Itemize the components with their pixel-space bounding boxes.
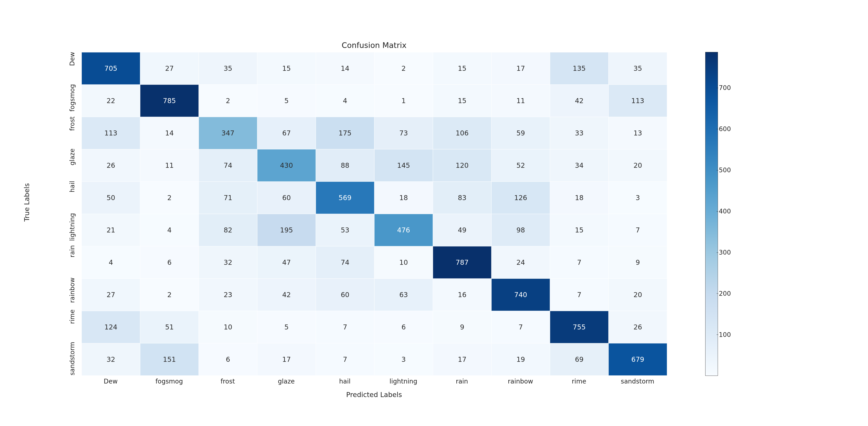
x-tick: rime [550,377,608,388]
x-tick: frost [198,377,257,388]
y-tick: rain [68,245,76,277]
heatmap-cell: 15 [433,85,491,117]
heatmap-cell: 51 [140,311,199,343]
heatmap-cell: 82 [199,214,257,246]
heatmap-cell: 145 [374,149,433,182]
heatmap-cell: 34 [550,149,609,182]
heatmap-cell: 151 [140,343,199,375]
heatmap-cell: 7 [609,214,667,246]
heatmap-cell: 17 [257,343,316,375]
colorbar-tick: 400 [719,208,731,215]
heatmap-cell: 1 [374,85,433,117]
heatmap-cell: 7 [316,311,374,343]
heatmap-cell: 26 [82,149,140,182]
heatmap-cell: 67 [257,117,316,149]
heatmap-cell: 69 [550,343,609,375]
heatmap-cell: 4 [316,85,374,117]
heatmap-cell: 42 [550,85,609,117]
heatmap-cell: 10 [199,311,257,343]
heatmap-cell: 15 [433,52,491,85]
heatmap-cell: 60 [257,182,316,214]
y-tick: rainbow [68,277,76,309]
heatmap-cell: 11 [491,85,550,117]
heatmap-cell: 22 [82,85,140,117]
heatmap-cell: 785 [140,85,199,117]
heatmap-cell: 5 [257,85,316,117]
heatmap-cell: 2 [199,85,257,117]
heatmap-cell: 15 [550,214,609,246]
heatmap-cell: 113 [82,117,140,149]
heatmap-cell: 135 [550,52,609,85]
heatmap-cell: 9 [433,311,491,343]
heatmap-cell: 113 [609,85,667,117]
heatmap-cell: 124 [82,311,140,343]
heatmap-cell: 13 [609,117,667,149]
heatmap-cell: 60 [316,279,374,311]
x-tick: fogsmog [140,377,198,388]
heatmap-cell: 35 [609,52,667,85]
confusion-matrix-chart: Confusion Matrix True Labels Predicted L… [81,41,794,402]
x-tick: rainbow [491,377,550,388]
heatmap-cell: 10 [374,246,433,279]
x-tick-labels: Dewfogsmogfrostglazehaillightningrainrai… [81,377,667,388]
heatmap-cell: 6 [199,343,257,375]
x-tick: sandstorm [608,377,667,388]
x-tick: Dew [81,377,140,388]
heatmap-cell: 47 [257,246,316,279]
y-tick: rime [68,309,76,342]
colorbar-tick: 100 [719,331,731,338]
colorbar-tick: 300 [719,249,731,256]
heatmap-cell: 11 [140,149,199,182]
heatmap-cell: 83 [433,182,491,214]
y-tick: sandstorm [68,342,76,375]
heatmap-cell: 32 [82,343,140,375]
heatmap-cell: 7 [491,311,550,343]
heatmap-cell: 9 [609,246,667,279]
heatmap-cell: 18 [374,182,433,214]
colorbar-tick: 500 [719,166,731,174]
heatmap-cell: 569 [316,182,374,214]
heatmap-cell: 2 [140,182,199,214]
heatmap-cell: 74 [316,246,374,279]
y-tick: Dew [68,52,76,84]
chart-title: Confusion Matrix [81,41,667,50]
heatmap-cell: 26 [609,311,667,343]
colorbar [705,52,718,376]
heatmap-cell: 430 [257,149,316,182]
heatmap-cell: 21 [82,214,140,246]
y-tick-labels: Dewfogsmogfrostglazehaillightningrainrai… [35,52,76,375]
y-tick: lightning [68,213,76,245]
heatmap-cell: 52 [491,149,550,182]
heatmap-cell: 7 [316,343,374,375]
heatmap-cell: 126 [491,182,550,214]
heatmap-cell: 73 [374,117,433,149]
heatmap-cell: 14 [316,52,374,85]
heatmap-cell: 17 [433,343,491,375]
y-tick: fogsmog [68,84,76,116]
heatmap-cell: 679 [609,343,667,375]
heatmap-cell: 16 [433,279,491,311]
heatmap-cell: 195 [257,214,316,246]
heatmap-cell: 24 [491,246,550,279]
heatmap-cell: 35 [199,52,257,85]
heatmap-cell: 33 [550,117,609,149]
heatmap-cell: 787 [433,246,491,279]
heatmap-cell: 705 [82,52,140,85]
x-tick: rain [433,377,491,388]
heatmap-cell: 476 [374,214,433,246]
heatmap-cell: 15 [257,52,316,85]
heatmap-cell: 4 [140,214,199,246]
heatmap-cell: 14 [140,117,199,149]
heatmap-cell: 42 [257,279,316,311]
heatmap-cell: 19 [491,343,550,375]
heatmap-cell: 6 [374,311,433,343]
heatmap-cell: 23 [199,279,257,311]
heatmap-cell: 5 [257,311,316,343]
heatmap-cell: 20 [609,279,667,311]
heatmap-cell: 71 [199,182,257,214]
heatmap-grid: 7052735151421517135352278525411511421131… [81,52,667,376]
heatmap-cell: 63 [374,279,433,311]
heatmap-cell: 27 [82,279,140,311]
heatmap-cell: 27 [140,52,199,85]
heatmap-cell: 20 [609,149,667,182]
